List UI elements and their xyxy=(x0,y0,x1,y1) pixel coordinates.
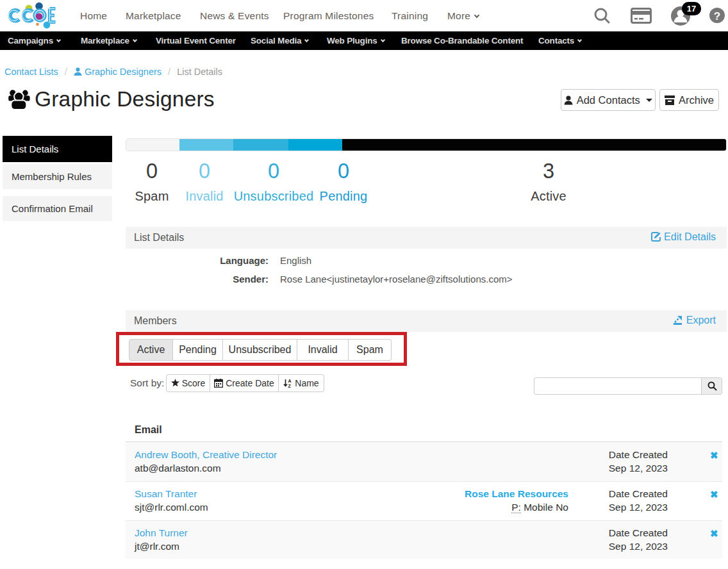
svg-text:A: A xyxy=(288,379,292,383)
svg-text:?: ? xyxy=(714,10,720,22)
svg-text:Z: Z xyxy=(288,384,292,388)
